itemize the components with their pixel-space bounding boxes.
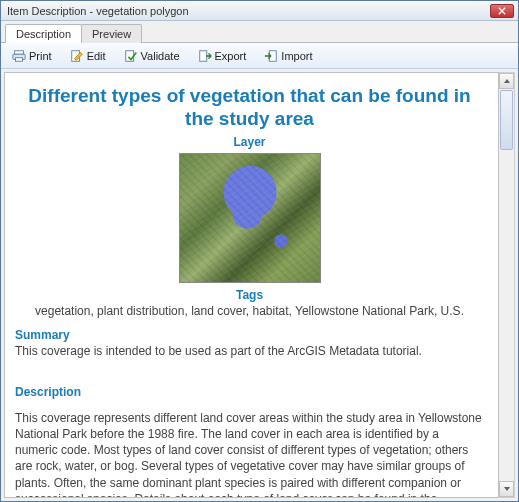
validate-icon: [124, 49, 138, 63]
print-button[interactable]: Print: [5, 46, 59, 66]
button-label: Print: [29, 50, 52, 62]
titlebar: Item Description - vegetation polygon: [1, 1, 518, 21]
tab-label: Preview: [92, 28, 131, 40]
chevron-down-icon: [503, 485, 511, 493]
import-button[interactable]: Import: [257, 46, 319, 66]
scroll-down-button[interactable]: [499, 481, 514, 497]
tab-preview[interactable]: Preview: [81, 24, 142, 43]
tab-description[interactable]: Description: [5, 24, 82, 43]
svg-rect-2: [16, 57, 23, 61]
close-icon: [498, 7, 506, 15]
summary-header: Summary: [15, 328, 484, 342]
svg-rect-5: [199, 50, 206, 61]
tab-bar: Description Preview: [1, 21, 518, 43]
description-text: This coverage represents different land …: [15, 410, 484, 498]
summary-text: This coverage is intended to be used as …: [15, 343, 484, 359]
page-title: Different types of vegetation that can b…: [15, 85, 484, 131]
svg-rect-0: [15, 50, 24, 54]
tags-header: Tags: [15, 288, 484, 302]
thumbnail-wrap: [15, 153, 484, 286]
tags-line: vegetation, plant distribution, land cov…: [15, 304, 484, 318]
svg-rect-4: [125, 50, 133, 61]
tab-label: Description: [16, 28, 71, 40]
button-label: Import: [281, 50, 312, 62]
button-label: Export: [215, 50, 247, 62]
type-label: Layer: [15, 135, 484, 149]
map-thumbnail: [179, 153, 321, 283]
edit-icon: [70, 49, 84, 63]
edit-button[interactable]: Edit: [63, 46, 113, 66]
print-icon: [12, 49, 26, 63]
scrollbar[interactable]: [499, 72, 515, 498]
button-label: Edit: [87, 50, 106, 62]
spacer: [15, 359, 484, 377]
scroll-thumb[interactable]: [500, 90, 513, 150]
scroll-up-button[interactable]: [499, 73, 514, 89]
validate-button[interactable]: Validate: [117, 46, 187, 66]
close-button[interactable]: [490, 4, 514, 18]
toolbar: Print Edit Validate Export Import: [1, 43, 518, 69]
spacer: [15, 399, 484, 409]
window-frame: Item Description - vegetation polygon De…: [0, 0, 519, 502]
content-pane[interactable]: Different types of vegetation that can b…: [4, 72, 499, 498]
chevron-up-icon: [503, 77, 511, 85]
button-label: Validate: [141, 50, 180, 62]
import-icon: [264, 49, 278, 63]
export-icon: [198, 49, 212, 63]
description-header: Description: [15, 385, 484, 399]
export-button[interactable]: Export: [191, 46, 254, 66]
content-outer: Different types of vegetation that can b…: [1, 69, 518, 501]
window-title: Item Description - vegetation polygon: [5, 5, 490, 17]
